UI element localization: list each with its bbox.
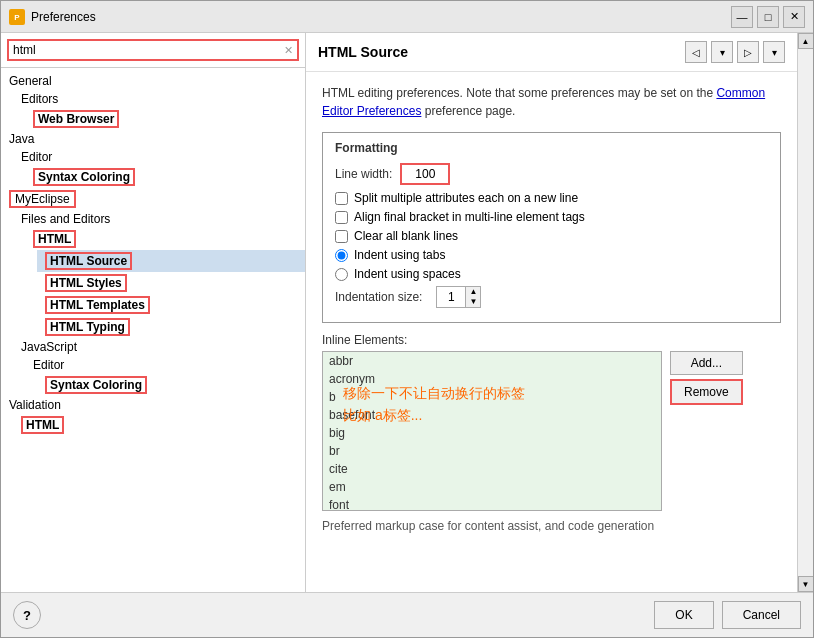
indent-tabs-radio[interactable]	[335, 249, 348, 262]
line-width-input[interactable]	[400, 163, 450, 185]
close-button[interactable]: ✕	[783, 6, 805, 28]
tree-label: Java	[9, 132, 34, 146]
description-part2: preference page.	[421, 104, 515, 118]
right-nav: ◁ ▾ ▷ ▾	[685, 41, 785, 63]
remove-button[interactable]: Remove	[670, 379, 743, 405]
inline-elements-label: Inline Elements:	[322, 333, 781, 347]
radio-indent-tabs: Indent using tabs	[335, 248, 768, 262]
inline-elements-list[interactable]: abbr acronym b basefont big br cite em f…	[322, 351, 662, 511]
indentation-value[interactable]	[437, 288, 465, 306]
tree-item-html-styles[interactable]: HTML Styles	[37, 272, 305, 294]
window-controls: — □ ✕	[731, 6, 805, 28]
ok-button[interactable]: OK	[654, 601, 713, 629]
list-item[interactable]: em	[323, 478, 661, 496]
formatting-section: Formatting Line width: Split multiple at…	[322, 132, 781, 323]
tree-item-general[interactable]: General	[1, 72, 305, 90]
tree-item-myeclipse[interactable]: MyEclipse	[9, 190, 76, 208]
svg-text:P: P	[14, 13, 20, 22]
tree-item-java-editor[interactable]: Editor	[13, 148, 305, 166]
list-item[interactable]: cite	[323, 460, 661, 478]
search-bar: ✕	[1, 33, 305, 68]
list-item[interactable]: font	[323, 496, 661, 511]
tree-label-html-styles: HTML Styles	[45, 274, 127, 292]
tree-label-html: HTML	[33, 230, 76, 248]
forward-button[interactable]: ▷	[737, 41, 759, 63]
minimize-button[interactable]: —	[731, 6, 753, 28]
spinner-controls: ▲ ▼	[465, 287, 480, 307]
tree-item-html-source[interactable]: HTML Source	[37, 250, 305, 272]
tree-group-editors: Web Browser	[25, 108, 305, 130]
tree-item-html-typing[interactable]: HTML Typing	[37, 316, 305, 338]
clear-blank-label: Clear all blank lines	[354, 229, 458, 243]
tree-item-html-templates[interactable]: HTML Templates	[37, 294, 305, 316]
list-item[interactable]: acronym	[323, 370, 661, 388]
back-button[interactable]: ◁	[685, 41, 707, 63]
right-scrollbar[interactable]: ▲ ▼	[797, 33, 813, 592]
tree-label-web-browser: Web Browser	[33, 110, 119, 128]
tree-label-html-source: HTML Source	[45, 252, 132, 270]
preferences-window: P Preferences — □ ✕ ✕ General	[0, 0, 814, 638]
checkbox-clear-blank: Clear all blank lines	[335, 229, 768, 243]
app-icon: P	[9, 9, 25, 25]
title-bar: P Preferences — □ ✕	[1, 1, 813, 33]
tree-item-js-editor[interactable]: Editor	[25, 356, 305, 374]
checkbox-split-attrs: Split multiple attributes each on a new …	[335, 191, 768, 205]
main-content: ✕ General Editors Web Browser	[1, 33, 813, 592]
indentation-spinner: ▲ ▼	[436, 286, 481, 308]
forward-dropdown-button[interactable]: ▾	[763, 41, 785, 63]
line-width-row: Line width:	[335, 163, 768, 185]
scroll-up-arrow[interactable]: ▲	[798, 33, 814, 49]
spinner-up[interactable]: ▲	[466, 287, 480, 297]
title-bar-left: P Preferences	[9, 9, 96, 25]
indentation-row: Indentation size: ▲ ▼	[335, 286, 768, 308]
indent-spaces-label: Indent using spaces	[354, 267, 461, 281]
tree-label-html-templates: HTML Templates	[45, 296, 150, 314]
search-clear-icon[interactable]: ✕	[284, 44, 293, 57]
tree-item-javascript[interactable]: JavaScript	[13, 338, 305, 356]
indent-spaces-radio[interactable]	[335, 268, 348, 281]
split-attrs-checkbox[interactable]	[335, 192, 348, 205]
right-header: HTML Source ◁ ▾ ▷ ▾	[306, 33, 797, 72]
spinner-down[interactable]: ▼	[466, 297, 480, 307]
right-title: HTML Source	[318, 44, 408, 60]
tree-item-files-editors[interactable]: Files and Editors	[13, 210, 305, 228]
list-item[interactable]: b	[323, 388, 661, 406]
tree-label: Files and Editors	[21, 212, 110, 226]
bottom-bar: ? OK Cancel	[1, 592, 813, 637]
help-button[interactable]: ?	[13, 601, 41, 629]
maximize-button[interactable]: □	[757, 6, 779, 28]
tree-group-js-editor: Syntax Coloring	[37, 374, 305, 396]
tree-item-editors[interactable]: Editors	[13, 90, 305, 108]
tree-item-web-browser[interactable]: Web Browser	[25, 108, 305, 130]
tree-item-java[interactable]: Java	[1, 130, 305, 148]
split-attrs-label: Split multiple attributes each on a new …	[354, 191, 578, 205]
list-item[interactable]: br	[323, 442, 661, 460]
tree-group-general: Editors Web Browser	[13, 90, 305, 130]
indentation-label: Indentation size:	[335, 290, 422, 304]
line-width-label: Line width:	[335, 167, 392, 181]
list-item[interactable]: basefont	[323, 406, 661, 424]
tree-item-html[interactable]: HTML	[25, 228, 305, 250]
tree-label-js-syntax-coloring: Syntax Coloring	[45, 376, 147, 394]
preferred-markup-text: Preferred markup case for content assist…	[322, 511, 781, 533]
scroll-down-arrow[interactable]: ▼	[798, 576, 814, 592]
back-dropdown-button[interactable]: ▾	[711, 41, 733, 63]
align-bracket-checkbox[interactable]	[335, 211, 348, 224]
tree-item-java-syntax-coloring[interactable]: Syntax Coloring	[25, 166, 305, 188]
tree-item-validation[interactable]: Validation	[1, 396, 305, 414]
cancel-button[interactable]: Cancel	[722, 601, 801, 629]
tree-group-java-editor: Syntax Coloring	[25, 166, 305, 188]
tree-label: Editor	[21, 150, 52, 164]
list-item[interactable]: abbr	[323, 352, 661, 370]
list-item[interactable]: big	[323, 424, 661, 442]
tree-item-js-syntax-coloring[interactable]: Syntax Coloring	[37, 374, 305, 396]
tree-label-validation-html: HTML	[21, 416, 64, 434]
inline-action-buttons: Add... Remove	[670, 351, 743, 405]
search-input[interactable]	[13, 43, 284, 57]
tree-item-validation-html[interactable]: HTML	[13, 414, 305, 436]
tree-label: JavaScript	[21, 340, 77, 354]
clear-blank-checkbox[interactable]	[335, 230, 348, 243]
add-button[interactable]: Add...	[670, 351, 743, 375]
tree-group-javascript: Editor Syntax Coloring	[25, 356, 305, 396]
checkbox-align-bracket: Align final bracket in multi-line elemen…	[335, 210, 768, 224]
